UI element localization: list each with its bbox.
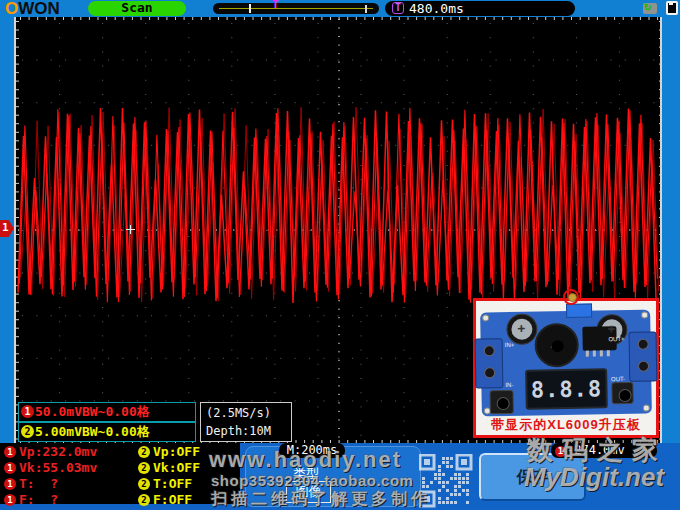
oscilloscope-screen: OWON Scan T T 480.0ms 1 150.0mVBW~0.00格 …: [0, 0, 680, 510]
channel1-scale-readout: 150.0mVBW~0.00格: [18, 402, 196, 422]
output-terminal: [628, 331, 657, 381]
photo-caption: 带显示的XL6009升压板: [476, 416, 656, 434]
meas-ch1-f: 1F: ?: [2, 493, 58, 507]
channel2-badge-icon: 2: [21, 425, 34, 438]
channel2-scale-readout: 25.00mVBW~0.00格: [18, 422, 196, 442]
bottom-panel: 1Vp:232.0mv 1Vk:55.03mv 1T: ? 1F: ? 2Vp:…: [0, 443, 680, 510]
ic-pin: [600, 350, 603, 356]
meas-ch1-vp: 1Vp:232.0mv: [2, 445, 97, 459]
mount-hole: [643, 405, 650, 412]
qr-code: [419, 454, 473, 508]
pcb-label-out-plus: OUT+: [608, 336, 624, 342]
channel1-scale-text: 50.0mVBW~0.00格: [35, 404, 150, 419]
logo-rest: WON: [18, 0, 60, 18]
meas-ch2-vp: 2Vp:OFF: [136, 445, 200, 459]
pcb-label-in-minus: IN-: [505, 382, 513, 388]
pcb-label-out-minus: OUT-: [611, 376, 625, 382]
save-button[interactable]: 保存: [479, 453, 586, 501]
trigger-t-icon: T: [392, 2, 404, 14]
timebase-readout: M:200ms: [279, 443, 345, 458]
meas-ch2-f: 2F:OFF: [136, 493, 192, 507]
logo-o: O: [5, 0, 18, 18]
channel1-level-marker[interactable]: 1: [0, 220, 14, 237]
pcb-label-in-plus: IN+: [505, 342, 515, 348]
ic-pin: [593, 350, 596, 356]
tact-button: [489, 390, 513, 414]
sample-rate-text: (2.5MS/s): [206, 406, 271, 420]
trigger-time-readout[interactable]: T 480.0ms: [385, 1, 575, 16]
meas-ch2-t: 2T:OFF: [136, 477, 192, 491]
meas-ch1-vk: 1Vk:55.03mv: [2, 461, 97, 475]
tact-button: [611, 382, 633, 404]
sample-rate-readout: (2.5MS/s)Depth:10M: [200, 402, 292, 442]
channel1-badge-icon: 1: [21, 405, 34, 418]
xl6009-board: 470 8.8.8 IN+ IN- OUT+ OUT-: [480, 310, 652, 417]
horizontal-position-slider[interactable]: [213, 3, 379, 14]
trigger-level-value: -274.0mv: [567, 443, 625, 457]
capacitor: [506, 313, 538, 345]
slider-window-tick[interactable]: [365, 5, 367, 13]
channel2-scale-text: 5.00mVBW~0.00格: [35, 424, 150, 439]
save-type-button[interactable]: 图像: [286, 481, 331, 503]
top-status-bar: OWON Scan T T 480.0ms: [0, 0, 680, 17]
mount-hole: [641, 312, 648, 319]
meas-ch1-t: 1T: ?: [2, 477, 58, 491]
trimpot: [566, 304, 592, 318]
seven-segment-display: 8.8.8: [525, 368, 608, 409]
meas-ch2-vk: 2Vk:OFF: [136, 461, 200, 475]
inset-product-photo: 470 8.8.8 IN+ IN- OUT+ OUT- 带显示的XL6009升压…: [473, 298, 659, 438]
slider-track-line: [219, 8, 373, 9]
red-circle-annotation: [563, 289, 579, 305]
input-terminal: [475, 338, 504, 388]
ic-pin: [586, 351, 589, 357]
ic-pin: [607, 350, 610, 356]
trigger-level-readout: 1-274.0mv: [551, 443, 657, 458]
trigger-time-value: 480.0ms: [409, 1, 464, 16]
usb-device-icon: [643, 3, 657, 14]
battery-icon: [666, 1, 678, 15]
acquisition-mode-button[interactable]: Scan: [88, 1, 186, 16]
trigger-channel-badge: 1: [555, 446, 566, 457]
depth-text: Depth:10M: [206, 424, 271, 438]
mount-hole: [482, 314, 489, 321]
slider-position-tick[interactable]: [249, 4, 251, 13]
trigger-position-marker: T: [272, 0, 279, 11]
measurements-panel: 1Vp:232.0mv 1Vk:55.03mv 1T: ? 1F: ? 2Vp:…: [0, 443, 240, 504]
inductor: 470: [534, 323, 579, 368]
